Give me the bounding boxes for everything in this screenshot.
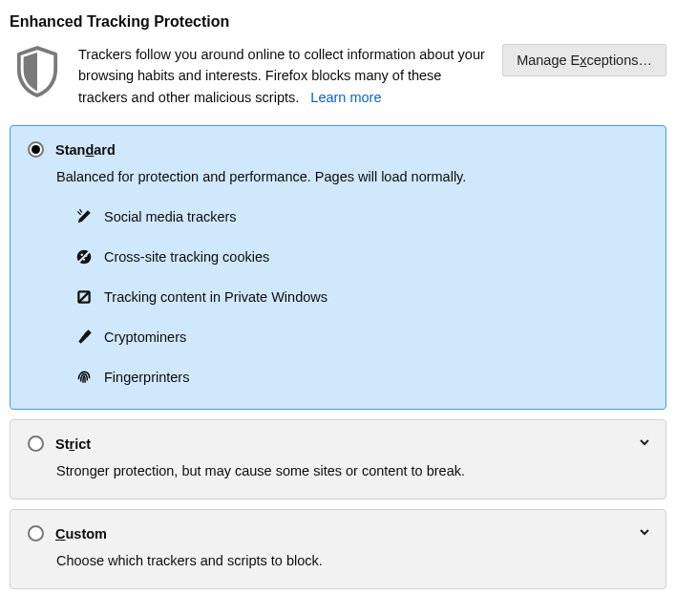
option-strict-desc: Stronger protection, but may cause some …	[56, 461, 648, 481]
list-item-label: Cryptominers	[104, 329, 186, 345]
option-custom-desc: Choose which trackers and scripts to blo…	[56, 551, 648, 571]
cookie-icon	[75, 248, 93, 266]
cryptominer-icon	[75, 329, 93, 346]
list-item-label: Tracking content in Private Windows	[104, 289, 327, 305]
option-strict[interactable]: Strict Stronger protection, but may caus…	[10, 419, 666, 499]
list-item: Tracking content in Private Windows	[75, 288, 648, 306]
radio-custom[interactable]	[28, 525, 44, 542]
fingerprint-icon	[75, 369, 93, 386]
chevron-down-icon[interactable]	[639, 435, 652, 449]
option-custom[interactable]: Custom Choose which trackers and scripts…	[10, 509, 666, 589]
standard-tracker-list: Social media trackers Cross-site trackin…	[75, 208, 648, 386]
manage-exceptions-button[interactable]: Manage Exceptions…	[502, 44, 666, 76]
option-strict-title: Strict	[55, 436, 91, 452]
tracking-content-icon	[75, 288, 93, 306]
option-custom-title: Custom	[55, 526, 107, 542]
section-heading: Enhanced Tracking Protection	[10, 13, 666, 31]
list-item: Cryptominers	[75, 329, 648, 346]
social-tracker-icon	[75, 208, 93, 225]
chevron-down-icon[interactable]	[639, 525, 652, 539]
shield-icon	[10, 44, 65, 107]
option-custom-header: Custom	[28, 525, 648, 542]
option-strict-header: Strict	[28, 435, 648, 452]
intro-text: Trackers follow you around online to col…	[78, 47, 485, 105]
list-item: Fingerprinters	[75, 369, 648, 386]
learn-more-link[interactable]: Learn more	[310, 90, 381, 105]
option-standard-title: Standard	[55, 142, 116, 158]
list-item-label: Fingerprinters	[104, 370, 189, 385]
list-item-label: Social media trackers	[104, 209, 237, 224]
svg-point-1	[81, 254, 83, 256]
option-standard-desc: Balanced for protection and performance.…	[56, 167, 648, 187]
radio-strict[interactable]	[28, 435, 44, 452]
intro-row: Trackers follow you around online to col…	[10, 44, 666, 108]
intro-text-block: Trackers follow you around online to col…	[78, 44, 489, 108]
list-item: Social media trackers	[75, 208, 648, 225]
option-standard[interactable]: Standard Balanced for protection and per…	[10, 125, 666, 410]
option-standard-header: Standard	[28, 141, 648, 158]
list-item-label: Cross-site tracking cookies	[104, 249, 269, 265]
list-item: Cross-site tracking cookies	[75, 248, 648, 266]
radio-standard[interactable]	[28, 141, 44, 158]
